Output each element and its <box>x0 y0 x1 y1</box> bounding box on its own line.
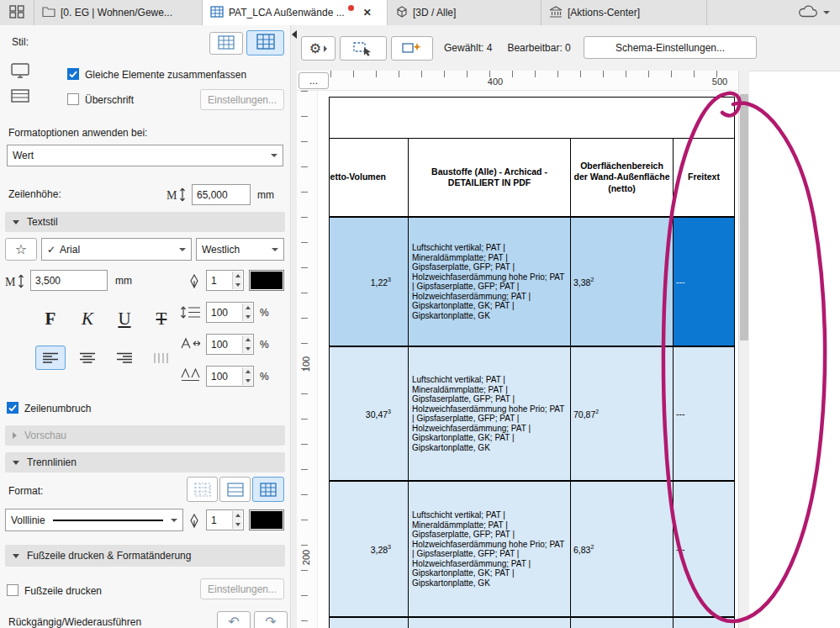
section-textstil[interactable]: Textstil <box>5 212 285 232</box>
format-options-select[interactable]: Wert <box>7 145 283 166</box>
section-trennlinien[interactable]: Trennlinien <box>5 452 285 472</box>
text-pen-input[interactable]: 1 <box>206 270 244 291</box>
schedule-options-button[interactable]: ⚙ <box>301 36 335 61</box>
svg-text:M: M <box>5 276 16 288</box>
chevron-right-icon <box>324 45 327 52</box>
section-vorschau[interactable]: Vorschau <box>5 425 285 446</box>
header-freitext[interactable]: Freitext <box>674 139 734 216</box>
grid-horizontal-button[interactable] <box>219 477 251 502</box>
grid-full-button[interactable] <box>252 477 284 502</box>
separator-color-swatch[interactable] <box>249 509 284 530</box>
cell-area[interactable]: 70,872 <box>571 347 674 480</box>
table-row[interactable]: 1,223 Luftschicht vertikal; PAT | Minera… <box>330 218 734 347</box>
line-spacing-input[interactable]: 100 <box>206 302 254 323</box>
char-spacing-input[interactable]: 100 <box>206 366 254 387</box>
spinner[interactable] <box>242 303 252 321</box>
table-row-partial[interactable] <box>330 618 734 628</box>
chevron-down-icon <box>13 220 19 224</box>
schema-settings-button[interactable]: Schema-Einstellungen... <box>584 36 757 59</box>
vertical-scrollbar[interactable] <box>738 71 749 628</box>
header-netto-volumen[interactable]: Netto-Volumen <box>330 139 409 216</box>
separator-pen-input[interactable]: 1 <box>206 509 244 530</box>
section-fusszeile[interactable]: Fußzeile drucken & Formatänderung <box>5 545 285 567</box>
font-script-select[interactable]: Westlich <box>196 238 284 261</box>
align-justify-button[interactable] <box>146 346 177 370</box>
tab-label: PAT_LCA Außenwände ... <box>229 7 345 18</box>
cell-area[interactable]: 3,382 <box>571 218 674 346</box>
merge-elements-checkbox[interactable] <box>67 68 79 80</box>
cell-volume[interactable]: 1,223 <box>330 218 409 346</box>
font-family-select[interactable]: ✓ Arial <box>41 238 192 261</box>
word-wrap-checkbox[interactable] <box>7 402 18 414</box>
check-icon <box>8 404 17 412</box>
cell-area[interactable]: 6,832 <box>571 482 674 616</box>
redo-button[interactable]: ↷ <box>254 611 288 628</box>
table-margin-row <box>330 98 734 139</box>
spinner[interactable] <box>242 367 252 385</box>
table-row[interactable]: 3,283 Luftschicht vertikal; PAT | Minera… <box>330 482 734 618</box>
select-in-plan-button[interactable] <box>340 36 387 61</box>
style-grid-plain-button[interactable] <box>209 32 243 55</box>
tab-action-center[interactable]: [Aktions-Center] <box>542 0 707 25</box>
align-left-button[interactable] <box>35 346 66 370</box>
schedule-canvas[interactable]: Netto-Volumen Baustoffe (Alle) - Archica… <box>318 91 738 628</box>
table-row[interactable]: 30,473 Luftschicht vertikal; PAT | Miner… <box>330 347 734 482</box>
header-oberflaeche[interactable]: Oberflächenbereich der Wand-Außenfläche … <box>571 139 674 216</box>
table-header-row: Netto-Volumen Baustoffe (Alle) - Archica… <box>330 139 734 218</box>
cell-freitext[interactable]: --- <box>674 347 734 480</box>
align-right-button[interactable] <box>109 346 140 370</box>
redo-arrow-icon: ↷ <box>265 615 276 628</box>
spinner[interactable] <box>232 272 242 289</box>
font-size-input[interactable]: 3,500 <box>30 270 108 291</box>
teamwork-cloud-button[interactable] <box>787 0 840 25</box>
italic-button[interactable]: K <box>72 303 103 334</box>
header-baustoffe[interactable]: Baustoffe (Alle) - Archicad - DETAILIERT… <box>409 139 571 216</box>
text-color-swatch[interactable] <box>249 270 284 291</box>
tab-schedule-active[interactable]: PAT_LCA Außenwände ... ✕ <box>203 0 388 25</box>
tab-3d[interactable]: [3D / Alle] <box>388 0 542 25</box>
heading-checkbox[interactable] <box>67 93 79 105</box>
chevron-down-icon <box>823 11 830 14</box>
style-grid-headers-button[interactable] <box>246 30 284 55</box>
spinner[interactable] <box>242 335 252 353</box>
tab-bar: [0. EG | Wohnen/Gewe... PAT_LCA Außenwän… <box>0 0 840 26</box>
strikethrough-button[interactable]: T <box>146 303 177 334</box>
line-spacing-icon <box>179 303 203 321</box>
cell-materials[interactable]: Luftschicht vertikal; PAT | Mineraldämmp… <box>409 347 571 480</box>
cell-volume[interactable]: 30,473 <box>330 347 409 480</box>
window-layouts-button[interactable] <box>0 0 34 25</box>
align-justify-icon <box>153 352 170 364</box>
highlight-selection-button[interactable] <box>391 36 433 61</box>
line-spacing-unit: % <box>260 307 269 319</box>
cube-3d-icon <box>395 5 408 20</box>
sheet-style-button[interactable] <box>5 86 35 108</box>
spinner[interactable] <box>232 511 242 529</box>
cell-freitext-active[interactable]: --- <box>674 218 734 346</box>
cell-materials[interactable]: Luftschicht vertikal; PAT | Mineraldämmp… <box>409 218 571 346</box>
grid-none-button[interactable] <box>187 477 218 502</box>
line-type-select[interactable]: Volllinie <box>5 509 183 531</box>
footer-print-checkbox[interactable] <box>7 584 18 596</box>
scrollbar-thumb[interactable] <box>740 94 748 340</box>
footer-print-label: Fußzeile drucken <box>24 585 102 597</box>
ruler-label-200: 200 <box>301 548 313 567</box>
heading-settings-button[interactable]: Einstellungen... <box>200 89 284 110</box>
row-height-input[interactable]: 65,000 <box>192 184 251 205</box>
word-wrap-label: Zeilenumbruch <box>24 403 91 414</box>
cell-freitext[interactable]: --- <box>674 482 734 616</box>
favorites-button[interactable]: ☆ <box>5 238 37 261</box>
tab-floor-plan[interactable]: [0. EG | Wohnen/Gewe... <box>34 0 203 25</box>
footer-settings-button[interactable]: Einstellungen... <box>200 578 284 599</box>
underline-button[interactable]: U <box>109 303 140 334</box>
chevron-down-icon <box>179 248 186 251</box>
ruler-options-button[interactable]: ... <box>298 72 329 89</box>
screen-style-button[interactable] <box>5 61 35 82</box>
undo-button[interactable]: ↶ <box>217 611 251 628</box>
bold-button[interactable]: F <box>35 303 66 334</box>
folder-icon <box>42 6 55 20</box>
cell-volume[interactable]: 3,283 <box>330 482 409 616</box>
width-factor-input[interactable]: 100 <box>206 334 254 355</box>
cell-materials[interactable]: Luftschicht vertikal; PAT | Mineraldämmp… <box>409 482 571 616</box>
tab-close-icon[interactable]: ✕ <box>363 7 372 18</box>
align-center-button[interactable] <box>72 346 103 370</box>
